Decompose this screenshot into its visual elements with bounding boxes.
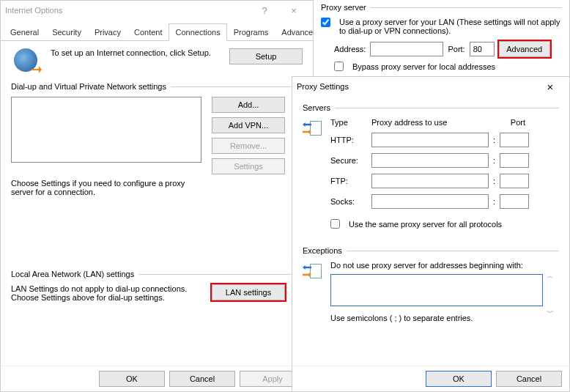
- ps-titlebar: Proxy Settings ×: [292, 77, 569, 96]
- exceptions-icon: [303, 261, 323, 281]
- proxy-server-legend: Proxy server: [321, 3, 371, 12]
- lan-text: LAN Settings do not apply to dial-up con…: [11, 284, 201, 302]
- port-label: Port:: [448, 45, 464, 53]
- bypass-label[interactable]: Bypass proxy server for local addresses: [352, 62, 495, 71]
- servers-icon: [303, 118, 323, 138]
- lan-settings-button[interactable]: LAN settings: [212, 284, 285, 300]
- tab-programs[interactable]: Programs: [227, 23, 275, 41]
- use-proxy-label[interactable]: Use a proxy server for your LAN (These s…: [339, 18, 562, 35]
- setup-text: To set up an Internet connection, click …: [43, 48, 223, 57]
- semicolon-hint: Use semicolons ( ; ) to separate entries…: [330, 314, 559, 322]
- port-input[interactable]: [470, 42, 495, 56]
- proxy-settings-window: Proxy Settings × Servers Type Proxy addr…: [292, 76, 570, 392]
- address-label: Address:: [334, 45, 366, 53]
- server-row: Secure::: [330, 153, 559, 168]
- choose-text: Choose Settings if you need to configure…: [11, 179, 201, 196]
- tab-general[interactable]: General: [4, 23, 45, 41]
- server-type-label: FTP:: [330, 177, 367, 185]
- dialup-listbox[interactable]: [11, 97, 201, 163]
- tab-security[interactable]: Security: [45, 23, 88, 41]
- server-addr-input[interactable]: [371, 174, 489, 188]
- server-row: HTTP::: [330, 133, 559, 147]
- tab-privacy[interactable]: Privacy: [88, 23, 127, 41]
- exceptions-text: Do not use proxy server for addresses be…: [330, 261, 559, 270]
- globe-icon: [14, 48, 37, 72]
- col-port: Port: [496, 118, 525, 127]
- exceptions-input[interactable]: [330, 274, 543, 306]
- servers-legend: Servers: [303, 103, 335, 112]
- io-ok-button[interactable]: OK: [99, 371, 165, 387]
- server-type-label: Socks:: [330, 197, 367, 206]
- bypass-checkbox[interactable]: [334, 62, 344, 71]
- io-title: Internet Options: [5, 6, 250, 15]
- ps-title: Proxy Settings: [297, 82, 536, 91]
- advanced-button[interactable]: Advanced: [499, 41, 550, 57]
- use-proxy-checkbox[interactable]: [321, 18, 330, 27]
- ps-content: Servers Type Proxy address to use Port H…: [292, 96, 569, 330]
- io-dialog-buttons: OK Cancel Apply: [1, 366, 313, 391]
- ps-dialog-buttons: OK Cancel: [292, 366, 569, 391]
- tab-connections[interactable]: Connections: [169, 23, 226, 41]
- tab-content[interactable]: Content: [127, 23, 169, 41]
- help-icon[interactable]: ?: [250, 5, 279, 16]
- remove-button: Remove...: [212, 138, 285, 154]
- dialup-legend: Dial-up and Virtual Private Network sett…: [11, 82, 171, 91]
- server-port-input[interactable]: [500, 174, 529, 188]
- lan-group: Local Area Network (LAN) settings LAN Se…: [11, 270, 303, 302]
- col-addr: Proxy address to use: [371, 118, 496, 127]
- same-proxy-label[interactable]: Use the same proxy server for all protoc…: [349, 220, 502, 229]
- col-type: Type: [330, 118, 371, 127]
- address-input[interactable]: [370, 42, 443, 56]
- lan-legend: Local Area Network (LAN) settings: [11, 270, 138, 278]
- server-row: FTP::: [330, 174, 559, 188]
- dialup-group: Dial-up and Virtual Private Network sett…: [11, 82, 303, 196]
- lan-settings-fragment: Proxy server Use a proxy server for your…: [314, 0, 570, 81]
- server-type-label: Secure:: [330, 156, 367, 165]
- server-port-input[interactable]: [500, 194, 529, 209]
- ps-close-icon[interactable]: ×: [536, 81, 565, 93]
- io-titlebar: Internet Options ? ×: [1, 1, 313, 20]
- proxy-server-group: Proxy server Use a proxy server for your…: [321, 3, 562, 71]
- server-port-input[interactable]: [500, 133, 529, 147]
- server-addr-input[interactable]: [371, 194, 489, 209]
- same-proxy-checkbox[interactable]: [330, 219, 340, 229]
- io-cancel-button[interactable]: Cancel: [169, 371, 235, 387]
- server-row: Socks::: [330, 194, 559, 209]
- server-addr-input[interactable]: [371, 133, 489, 147]
- settings-button: Settings: [212, 158, 285, 174]
- add-vpn-button[interactable]: Add VPN...: [212, 117, 285, 133]
- exceptions-legend: Exceptions: [303, 246, 347, 255]
- ps-ok-button[interactable]: OK: [426, 371, 492, 387]
- servers-group: Servers Type Proxy address to use Port H…: [303, 103, 559, 229]
- io-tabs: GeneralSecurityPrivacyContentConnections…: [1, 23, 313, 41]
- add-button[interactable]: Add...: [212, 97, 285, 113]
- internet-options-window: Internet Options ? × GeneralSecurityPriv…: [0, 0, 314, 392]
- ps-cancel-button[interactable]: Cancel: [496, 371, 562, 387]
- server-type-label: HTTP:: [330, 136, 367, 144]
- exceptions-group: Exceptions Do not use proxy server for a…: [303, 246, 559, 322]
- server-port-input[interactable]: [500, 153, 529, 168]
- server-addr-input[interactable]: [371, 153, 489, 168]
- setup-button[interactable]: Setup: [229, 48, 303, 64]
- close-icon[interactable]: ×: [279, 5, 308, 16]
- io-content: To set up an Internet connection, click …: [1, 41, 313, 363]
